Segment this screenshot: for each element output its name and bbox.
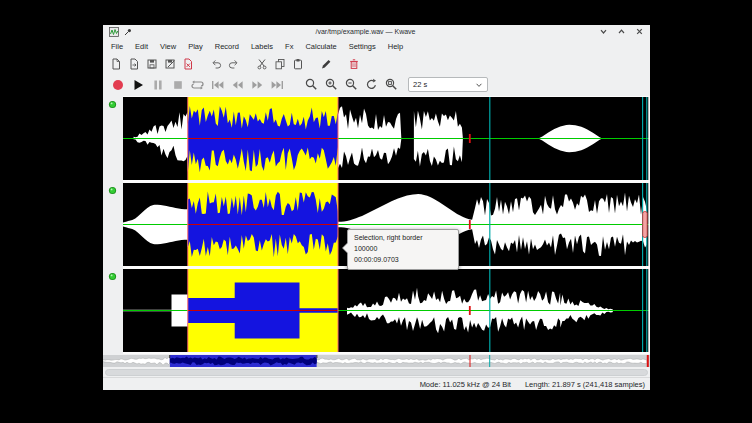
status-mode: Mode: 11.025 kHz @ 24 Bit: [420, 380, 511, 389]
play-button[interactable]: [128, 76, 147, 94]
menu-help[interactable]: Help: [382, 40, 409, 53]
undo-icon[interactable]: [208, 56, 223, 71]
statusbar: Mode: 11.025 kHz @ 24 Bit Length: 21.897…: [103, 377, 650, 390]
track3-enabled-led[interactable]: [108, 272, 117, 281]
edit-pen-icon[interactable]: [318, 56, 333, 71]
stop-button[interactable]: [168, 76, 187, 94]
delete-icon[interactable]: [346, 56, 361, 71]
zoom-all-icon[interactable]: [382, 76, 401, 94]
playback-toolbar: 22 s: [103, 73, 655, 96]
tooltip-time: 00:00:09.0703: [354, 255, 452, 266]
forward-button[interactable]: [248, 76, 267, 94]
tracks-container: [123, 97, 650, 355]
previous-button[interactable]: [208, 76, 227, 94]
minimize-button[interactable]: [599, 27, 608, 36]
pin-icon[interactable]: [124, 28, 132, 36]
status-length: Length: 21.897 s (241,418 samples): [525, 380, 645, 389]
maximize-button[interactable]: [617, 27, 626, 36]
menu-record[interactable]: Record: [209, 40, 245, 53]
zoom-out-icon[interactable]: [342, 76, 361, 94]
menu-calculate[interactable]: Calculate: [299, 40, 342, 53]
titlebar[interactable]: /var/tmp/example.wav — Kwave: [103, 25, 650, 38]
menu-fx[interactable]: Fx: [279, 40, 299, 53]
waveform-track-3[interactable]: [123, 269, 650, 352]
screen: /var/tmp/example.wav — Kwave File Edit V…: [0, 0, 752, 423]
kwave-app-icon: [109, 27, 119, 37]
redo-icon[interactable]: [226, 56, 241, 71]
close-button[interactable]: [635, 27, 644, 36]
waveform-track-1[interactable]: [123, 97, 650, 180]
save-file-as-icon[interactable]: [162, 56, 177, 71]
track-3[interactable]: [123, 269, 650, 352]
overview-bar[interactable]: [103, 355, 650, 367]
paste-icon[interactable]: [290, 56, 305, 71]
chevron-down-icon: [475, 81, 483, 89]
rewind-button[interactable]: [228, 76, 247, 94]
track2-enabled-led[interactable]: [108, 186, 117, 195]
loop-button[interactable]: [188, 76, 207, 94]
horizontal-scrollbar[interactable]: [105, 369, 648, 376]
last-button[interactable]: [268, 76, 287, 94]
track-controls-strip: [103, 96, 123, 354]
track1-enabled-led[interactable]: [108, 100, 117, 109]
menu-play[interactable]: Play: [182, 40, 209, 53]
zoom-combobox-value: 22 s: [413, 80, 475, 89]
menu-view[interactable]: View: [154, 40, 182, 53]
menu-edit[interactable]: Edit: [129, 40, 154, 53]
signal-area: [103, 96, 650, 354]
zoom-100-icon[interactable]: [362, 76, 381, 94]
cut-icon[interactable]: [254, 56, 269, 71]
tooltip-samples: 100000: [354, 244, 452, 255]
menu-labels[interactable]: Labels: [245, 40, 279, 53]
file-toolbar: [103, 54, 655, 73]
open-file-icon[interactable]: [126, 56, 141, 71]
tooltip-title: Selection, right border: [354, 233, 452, 244]
zoom-combobox[interactable]: 22 s: [408, 77, 488, 92]
kwave-window: /var/tmp/example.wav — Kwave File Edit V…: [103, 25, 650, 390]
menu-file[interactable]: File: [105, 40, 129, 53]
menu-settings[interactable]: Settings: [343, 40, 382, 53]
track-1[interactable]: [123, 97, 650, 180]
pause-button[interactable]: [148, 76, 167, 94]
zoom-in-icon[interactable]: [322, 76, 341, 94]
new-file-icon[interactable]: [108, 56, 123, 71]
record-button[interactable]: [108, 76, 127, 94]
zoom-selection-icon[interactable]: [302, 76, 321, 94]
close-file-icon[interactable]: [180, 56, 195, 71]
copy-icon[interactable]: [272, 56, 287, 71]
window-title: /var/tmp/example.wav — Kwave: [137, 28, 594, 35]
selection-tooltip: Selection, right border 100000 00:00:09.…: [347, 229, 459, 270]
save-file-icon[interactable]: [144, 56, 159, 71]
menubar: File Edit View Play Record Labels Fx Cal…: [103, 38, 652, 54]
